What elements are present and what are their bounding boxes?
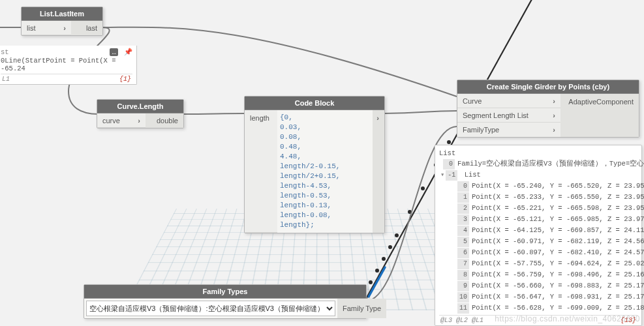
list-item: 2Point(X = -65.221, Y = -665.598, Z = 23…: [439, 203, 637, 214]
port-label: Family Type: [343, 304, 381, 312]
code-block-editor[interactable]: {0, 0.03, 0.08, 0.48, 4.48, length/2-0.1…: [277, 110, 373, 233]
port-label: FamilyType: [463, 126, 499, 134]
port-label: AdaptiveComponent: [568, 98, 634, 106]
watermark: https://blog.csdn.net/weixin_40626630: [495, 314, 640, 323]
row-index: -1: [446, 170, 457, 181]
list-item: 3Point(X = -65.121, Y = -665.985, Z = 23…: [439, 214, 637, 225]
port-label: double: [157, 117, 178, 125]
port-label: length: [250, 114, 269, 122]
watch-level-label: @L3 @L2 @L1: [440, 317, 483, 324]
watch-level-label: L1: [2, 76, 10, 83]
chevron-right-icon: ›: [376, 114, 379, 122]
list-item: 10Point(X = -56.647, Y = -698.931, Z = 2…: [439, 291, 637, 303]
row-text: Family=空心根梁自适应模V3（预留伸缩缝），Type=空心根: [457, 160, 644, 168]
list-item: 0Point(X = -65.240, Y = -665.520, Z = 23…: [439, 181, 637, 192]
list-item: 6Point(X = -60.897, Y = -682.410, Z = 24…: [439, 247, 637, 258]
output-port-double[interactable]: double: [146, 113, 183, 128]
input-port-familytype[interactable]: FamilyType›: [457, 123, 560, 137]
node-title: Family Types: [84, 285, 366, 299]
chevron-right-icon: ›: [63, 24, 66, 32]
port-label: last: [86, 24, 97, 32]
node-title: Create Single Girder by Points (cby): [457, 80, 639, 94]
tree-toggle-icon[interactable]: ▾: [440, 171, 444, 179]
port-label: Segment Length List: [463, 111, 529, 119]
sublist-label: List: [465, 171, 481, 179]
input-port-segment-length-list[interactable]: Segment Length List›: [457, 108, 560, 123]
node-code-block[interactable]: Code Block length {0, 0.03, 0.08, 0.48, …: [244, 96, 385, 233]
menu-icon[interactable]: …: [110, 48, 117, 56]
node-curve-length[interactable]: Curve.Length curve › double: [97, 99, 184, 128]
port-label: Curve: [463, 97, 482, 105]
input-port-curve[interactable]: curve ›: [97, 113, 146, 128]
list-item: 8Point(X = -56.759, Y = -698.496, Z = 25…: [439, 269, 637, 280]
row-text: Line(StartPoint = Point(X = -65.24: [1, 57, 115, 72]
list-item: 5Point(X = -60.971, Y = -682.119, Z = 24…: [439, 236, 637, 247]
output-port-code[interactable]: ›: [373, 110, 384, 233]
list-item: 1Point(X = -65.233, Y = -665.550, Z = 23…: [439, 192, 637, 203]
port-label: list: [27, 24, 35, 32]
output-port-last[interactable]: last: [71, 21, 102, 35]
pin-icon[interactable]: 📌: [124, 48, 132, 56]
watch-panel-output[interactable]: List 0Family=空心根梁自适应模V3（预留伸缩缝），Type=空心根 …: [435, 145, 642, 326]
list-item: 9Point(X = -56.660, Y = -698.883, Z = 25…: [439, 280, 637, 291]
row-index: 0: [443, 159, 455, 170]
input-port-list[interactable]: list ›: [22, 21, 71, 35]
node-family-types[interactable]: Family Types 空心根梁自适应模V3（预留伸缩缝）:空心根梁自适应模V…: [84, 284, 367, 319]
svg-point-5: [421, 186, 425, 190]
list-item: 11Point(X = -56.628, Y = -699.009, Z = 2…: [439, 303, 637, 314]
node-create-girder[interactable]: Create Single Girder by Points (cby) Cur…: [457, 80, 639, 138]
list-item: 7Point(X = -57.755, Y = -694.624, Z = 25…: [439, 258, 637, 269]
watch-count: {1}: [119, 76, 131, 83]
input-port-length[interactable]: length: [245, 110, 277, 233]
chevron-right-icon: ›: [138, 117, 140, 125]
watch-root-label: List: [439, 148, 637, 158]
node-title: List.LastItem: [22, 7, 102, 21]
output-port-adaptivecomponent[interactable]: AdaptiveComponent: [560, 94, 639, 137]
chevron-right-icon: ›: [553, 97, 555, 105]
family-type-select[interactable]: 空心根梁自适应模V3（预留伸缩缝）:空心根梁自适应模V3（预留伸缩缝）: [86, 301, 335, 316]
chevron-right-icon: ›: [553, 126, 555, 134]
chevron-right-icon: ›: [553, 111, 555, 119]
port-label: curve: [102, 117, 120, 125]
node-title: Curve.Length: [97, 100, 183, 113]
watch-header-label: st: [1, 48, 9, 56]
output-port-family-type[interactable]: Family Type: [337, 299, 386, 318]
list-item: 4Point(X = -64.125, Y = -669.857, Z = 24…: [439, 225, 637, 236]
node-list-lastitem[interactable]: List.LastItem list › last: [21, 7, 103, 36]
input-port-curve[interactable]: Curve›: [457, 94, 560, 108]
svg-point-0: [447, 140, 451, 144]
watch-panel-small[interactable]: st … 📌 0Line(StartPoint = Point(X = -65.…: [0, 46, 137, 85]
node-title: Code Block: [245, 96, 384, 110]
